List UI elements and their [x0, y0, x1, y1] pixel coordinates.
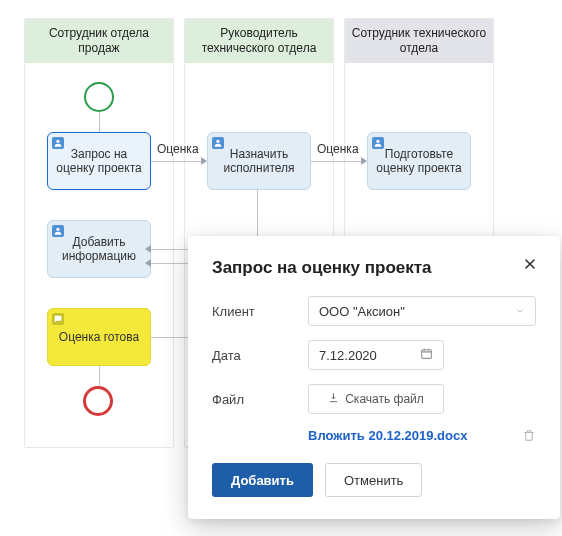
- client-value: ООО "Аксион": [319, 304, 405, 319]
- submit-button[interactable]: Добавить: [212, 463, 313, 497]
- edge-label: Оценка: [157, 142, 199, 156]
- person-icon: [52, 137, 64, 149]
- task-estimate-ready[interactable]: Оценка готова: [47, 308, 151, 366]
- arrow-icon: [145, 245, 151, 253]
- arrow-icon: [361, 157, 367, 165]
- file-button-label: Скачать файл: [345, 392, 424, 406]
- task-label: Оценка готова: [59, 330, 139, 344]
- task-request-estimate[interactable]: Запрос на оценку проекта: [47, 132, 151, 190]
- date-label: Дата: [212, 348, 308, 363]
- task-label: Запрос на оценку проекта: [54, 147, 144, 176]
- task-dialog: Запрос на оценку проекта Клиент ООО "Акс…: [188, 236, 560, 519]
- calendar-icon: [420, 347, 433, 363]
- end-event[interactable]: [83, 386, 113, 416]
- lane-3-title: Сотрудник технического отдела: [345, 19, 493, 63]
- cancel-button[interactable]: Отменить: [325, 463, 422, 497]
- person-icon: [372, 137, 384, 149]
- edge: [99, 112, 100, 132]
- delete-attachment-button[interactable]: [522, 428, 536, 443]
- close-button[interactable]: [520, 254, 540, 274]
- start-event[interactable]: [84, 82, 114, 112]
- person-icon: [212, 137, 224, 149]
- file-label: Файл: [212, 392, 308, 407]
- edge: [99, 366, 100, 386]
- close-icon: [523, 257, 537, 271]
- lane-1-title: Сотрудник отдела продаж: [25, 19, 173, 63]
- task-add-info[interactable]: Добавить информацию: [47, 220, 151, 278]
- attachment-link[interactable]: Вложить 20.12.2019.docx: [308, 428, 467, 443]
- client-select[interactable]: ООО "Аксион": [308, 296, 536, 326]
- arrow-icon: [145, 259, 151, 267]
- task-label: Подготовьте оценку проекта: [374, 147, 464, 176]
- comment-icon: [52, 313, 64, 325]
- edge: [151, 161, 201, 162]
- task-assign-executor[interactable]: Назначить исполнителя: [207, 132, 311, 190]
- lane-2-title: Руководитель технического отдела: [185, 19, 333, 63]
- task-label: Назначить исполнителя: [214, 147, 304, 176]
- svg-rect-4: [422, 350, 432, 359]
- person-icon: [52, 225, 64, 237]
- date-value: 7.12.2020: [319, 348, 377, 363]
- date-input[interactable]: 7.12.2020: [308, 340, 444, 370]
- svg-point-0: [56, 140, 59, 143]
- dialog-title: Запрос на оценку проекта: [212, 258, 536, 278]
- trash-icon: [522, 428, 536, 443]
- chevron-down-icon: [515, 304, 525, 319]
- arrow-icon: [201, 157, 207, 165]
- edge-label: Оценка: [317, 142, 359, 156]
- download-icon: [328, 392, 339, 406]
- download-file-button[interactable]: Скачать файл: [308, 384, 444, 414]
- edge: [311, 161, 361, 162]
- edge: [151, 337, 191, 338]
- task-label: Добавить информацию: [54, 235, 144, 264]
- task-prepare-estimate[interactable]: Подготовьте оценку проекта: [367, 132, 471, 190]
- svg-point-3: [56, 228, 59, 231]
- svg-point-2: [376, 140, 379, 143]
- svg-point-1: [216, 140, 219, 143]
- client-label: Клиент: [212, 304, 308, 319]
